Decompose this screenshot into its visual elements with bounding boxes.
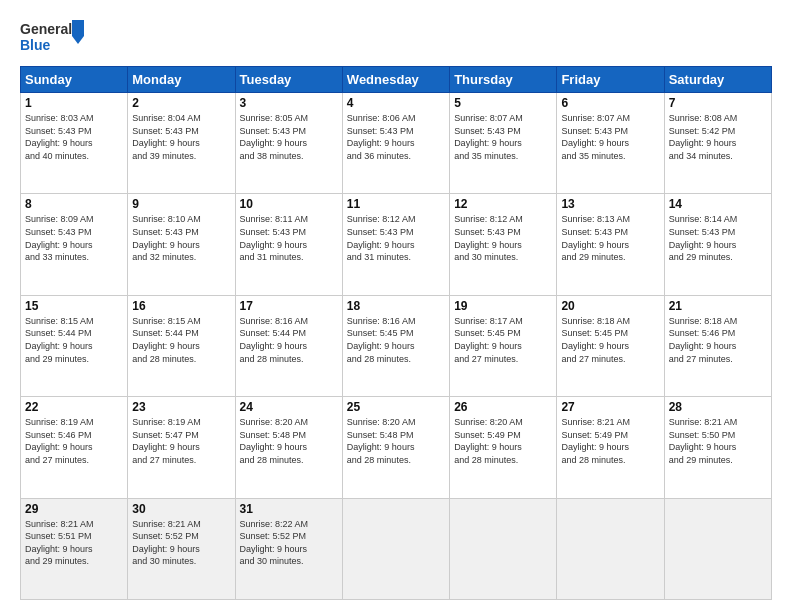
cell-info: Sunrise: 8:21 AM Sunset: 5:50 PM Dayligh… <box>669 416 767 466</box>
day-number: 9 <box>132 197 230 211</box>
svg-marker-3 <box>72 36 84 44</box>
calendar-cell: 15Sunrise: 8:15 AM Sunset: 5:44 PM Dayli… <box>21 295 128 396</box>
cell-info: Sunrise: 8:12 AM Sunset: 5:43 PM Dayligh… <box>454 213 552 263</box>
day-number: 7 <box>669 96 767 110</box>
day-number: 24 <box>240 400 338 414</box>
calendar-cell: 16Sunrise: 8:15 AM Sunset: 5:44 PM Dayli… <box>128 295 235 396</box>
day-number: 5 <box>454 96 552 110</box>
calendar-cell: 23Sunrise: 8:19 AM Sunset: 5:47 PM Dayli… <box>128 397 235 498</box>
day-number: 31 <box>240 502 338 516</box>
svg-text:Blue: Blue <box>20 37 51 53</box>
day-number: 14 <box>669 197 767 211</box>
calendar-cell: 18Sunrise: 8:16 AM Sunset: 5:45 PM Dayli… <box>342 295 449 396</box>
cell-info: Sunrise: 8:20 AM Sunset: 5:49 PM Dayligh… <box>454 416 552 466</box>
cell-info: Sunrise: 8:12 AM Sunset: 5:43 PM Dayligh… <box>347 213 445 263</box>
calendar-week-3: 15Sunrise: 8:15 AM Sunset: 5:44 PM Dayli… <box>21 295 772 396</box>
calendar-cell: 19Sunrise: 8:17 AM Sunset: 5:45 PM Dayli… <box>450 295 557 396</box>
cell-info: Sunrise: 8:14 AM Sunset: 5:43 PM Dayligh… <box>669 213 767 263</box>
cell-info: Sunrise: 8:18 AM Sunset: 5:46 PM Dayligh… <box>669 315 767 365</box>
weekday-header-monday: Monday <box>128 67 235 93</box>
day-number: 15 <box>25 299 123 313</box>
calendar-cell: 3Sunrise: 8:05 AM Sunset: 5:43 PM Daylig… <box>235 93 342 194</box>
calendar-cell <box>557 498 664 599</box>
day-number: 10 <box>240 197 338 211</box>
weekday-header-saturday: Saturday <box>664 67 771 93</box>
cell-info: Sunrise: 8:15 AM Sunset: 5:44 PM Dayligh… <box>25 315 123 365</box>
calendar-table: SundayMondayTuesdayWednesdayThursdayFrid… <box>20 66 772 600</box>
cell-info: Sunrise: 8:15 AM Sunset: 5:44 PM Dayligh… <box>132 315 230 365</box>
cell-info: Sunrise: 8:17 AM Sunset: 5:45 PM Dayligh… <box>454 315 552 365</box>
weekday-header-thursday: Thursday <box>450 67 557 93</box>
calendar-cell: 25Sunrise: 8:20 AM Sunset: 5:48 PM Dayli… <box>342 397 449 498</box>
day-number: 8 <box>25 197 123 211</box>
cell-info: Sunrise: 8:21 AM Sunset: 5:49 PM Dayligh… <box>561 416 659 466</box>
calendar-cell: 28Sunrise: 8:21 AM Sunset: 5:50 PM Dayli… <box>664 397 771 498</box>
calendar-week-5: 29Sunrise: 8:21 AM Sunset: 5:51 PM Dayli… <box>21 498 772 599</box>
cell-info: Sunrise: 8:22 AM Sunset: 5:52 PM Dayligh… <box>240 518 338 568</box>
svg-marker-2 <box>72 20 84 36</box>
day-number: 6 <box>561 96 659 110</box>
calendar-cell: 20Sunrise: 8:18 AM Sunset: 5:45 PM Dayli… <box>557 295 664 396</box>
day-number: 16 <box>132 299 230 313</box>
cell-info: Sunrise: 8:05 AM Sunset: 5:43 PM Dayligh… <box>240 112 338 162</box>
calendar-cell <box>450 498 557 599</box>
cell-info: Sunrise: 8:10 AM Sunset: 5:43 PM Dayligh… <box>132 213 230 263</box>
calendar-cell: 5Sunrise: 8:07 AM Sunset: 5:43 PM Daylig… <box>450 93 557 194</box>
cell-info: Sunrise: 8:20 AM Sunset: 5:48 PM Dayligh… <box>347 416 445 466</box>
day-number: 25 <box>347 400 445 414</box>
calendar-cell: 12Sunrise: 8:12 AM Sunset: 5:43 PM Dayli… <box>450 194 557 295</box>
day-number: 20 <box>561 299 659 313</box>
calendar-cell: 26Sunrise: 8:20 AM Sunset: 5:49 PM Dayli… <box>450 397 557 498</box>
calendar-cell: 8Sunrise: 8:09 AM Sunset: 5:43 PM Daylig… <box>21 194 128 295</box>
cell-info: Sunrise: 8:11 AM Sunset: 5:43 PM Dayligh… <box>240 213 338 263</box>
calendar-cell: 30Sunrise: 8:21 AM Sunset: 5:52 PM Dayli… <box>128 498 235 599</box>
calendar-cell: 2Sunrise: 8:04 AM Sunset: 5:43 PM Daylig… <box>128 93 235 194</box>
day-number: 28 <box>669 400 767 414</box>
day-number: 27 <box>561 400 659 414</box>
day-number: 19 <box>454 299 552 313</box>
cell-info: Sunrise: 8:19 AM Sunset: 5:47 PM Dayligh… <box>132 416 230 466</box>
cell-info: Sunrise: 8:04 AM Sunset: 5:43 PM Dayligh… <box>132 112 230 162</box>
calendar-cell: 22Sunrise: 8:19 AM Sunset: 5:46 PM Dayli… <box>21 397 128 498</box>
calendar-cell: 31Sunrise: 8:22 AM Sunset: 5:52 PM Dayli… <box>235 498 342 599</box>
day-number: 18 <box>347 299 445 313</box>
weekday-header-sunday: Sunday <box>21 67 128 93</box>
day-number: 3 <box>240 96 338 110</box>
day-number: 1 <box>25 96 123 110</box>
cell-info: Sunrise: 8:21 AM Sunset: 5:52 PM Dayligh… <box>132 518 230 568</box>
calendar-week-2: 8Sunrise: 8:09 AM Sunset: 5:43 PM Daylig… <box>21 194 772 295</box>
calendar-cell: 1Sunrise: 8:03 AM Sunset: 5:43 PM Daylig… <box>21 93 128 194</box>
calendar-week-4: 22Sunrise: 8:19 AM Sunset: 5:46 PM Dayli… <box>21 397 772 498</box>
cell-info: Sunrise: 8:03 AM Sunset: 5:43 PM Dayligh… <box>25 112 123 162</box>
day-number: 30 <box>132 502 230 516</box>
calendar-cell: 4Sunrise: 8:06 AM Sunset: 5:43 PM Daylig… <box>342 93 449 194</box>
cell-info: Sunrise: 8:16 AM Sunset: 5:45 PM Dayligh… <box>347 315 445 365</box>
calendar-cell: 6Sunrise: 8:07 AM Sunset: 5:43 PM Daylig… <box>557 93 664 194</box>
cell-info: Sunrise: 8:16 AM Sunset: 5:44 PM Dayligh… <box>240 315 338 365</box>
calendar-cell: 29Sunrise: 8:21 AM Sunset: 5:51 PM Dayli… <box>21 498 128 599</box>
day-number: 13 <box>561 197 659 211</box>
cell-info: Sunrise: 8:06 AM Sunset: 5:43 PM Dayligh… <box>347 112 445 162</box>
calendar-cell <box>342 498 449 599</box>
calendar-cell: 21Sunrise: 8:18 AM Sunset: 5:46 PM Dayli… <box>664 295 771 396</box>
day-number: 11 <box>347 197 445 211</box>
cell-info: Sunrise: 8:08 AM Sunset: 5:42 PM Dayligh… <box>669 112 767 162</box>
calendar-cell: 11Sunrise: 8:12 AM Sunset: 5:43 PM Dayli… <box>342 194 449 295</box>
day-number: 23 <box>132 400 230 414</box>
calendar-cell: 24Sunrise: 8:20 AM Sunset: 5:48 PM Dayli… <box>235 397 342 498</box>
svg-text:General: General <box>20 21 72 37</box>
cell-info: Sunrise: 8:18 AM Sunset: 5:45 PM Dayligh… <box>561 315 659 365</box>
day-number: 12 <box>454 197 552 211</box>
day-number: 2 <box>132 96 230 110</box>
cell-info: Sunrise: 8:07 AM Sunset: 5:43 PM Dayligh… <box>454 112 552 162</box>
weekday-header-row: SundayMondayTuesdayWednesdayThursdayFrid… <box>21 67 772 93</box>
day-number: 29 <box>25 502 123 516</box>
calendar-cell: 10Sunrise: 8:11 AM Sunset: 5:43 PM Dayli… <box>235 194 342 295</box>
header: General Blue <box>20 16 772 58</box>
cell-info: Sunrise: 8:19 AM Sunset: 5:46 PM Dayligh… <box>25 416 123 466</box>
calendar-week-1: 1Sunrise: 8:03 AM Sunset: 5:43 PM Daylig… <box>21 93 772 194</box>
day-number: 17 <box>240 299 338 313</box>
calendar-cell: 14Sunrise: 8:14 AM Sunset: 5:43 PM Dayli… <box>664 194 771 295</box>
weekday-header-friday: Friday <box>557 67 664 93</box>
cell-info: Sunrise: 8:21 AM Sunset: 5:51 PM Dayligh… <box>25 518 123 568</box>
